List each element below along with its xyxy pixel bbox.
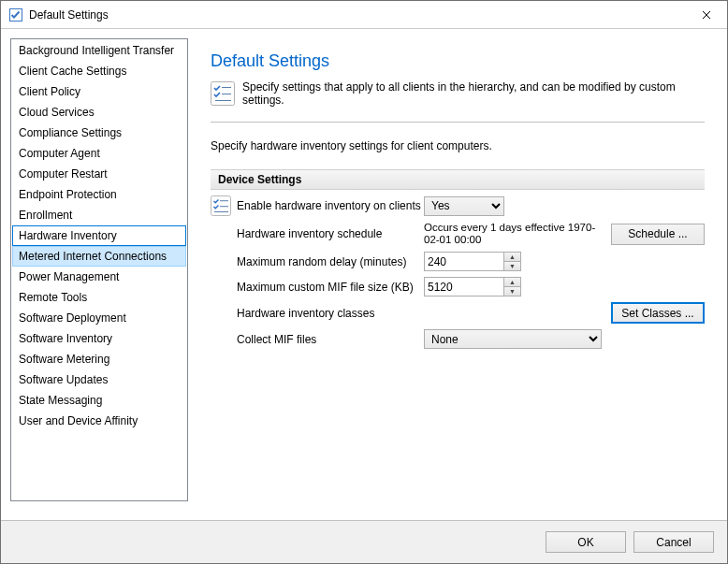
spin-up-icon[interactable]: ▲ [504, 253, 520, 262]
sidebar-item[interactable]: Power Management [12, 267, 186, 287]
sidebar-item[interactable]: Background Intelligent Transfer [12, 40, 186, 61]
sidebar-item[interactable]: Compliance Settings [12, 123, 186, 143]
sidebar-item[interactable]: User and Device Affinity [12, 411, 186, 431]
delay-spinner[interactable]: ▲▼ [424, 252, 521, 271]
titlebar: Default Settings [1, 1, 727, 29]
mifsize-input[interactable] [424, 277, 504, 296]
description-text: Specify settings that apply to all clien… [242, 80, 705, 107]
spin-down-icon[interactable]: ▼ [504, 262, 520, 270]
sidebar-item[interactable]: Remote Tools [12, 287, 186, 308]
content-area: Background Intelligent TransferClient Ca… [1, 29, 727, 511]
sidebar: Background Intelligent TransferClient Ca… [10, 38, 188, 501]
main-panel: Default Settings Specify settings that a… [197, 38, 718, 501]
sidebar-item[interactable]: Software Metering [12, 349, 186, 369]
sidebar-item[interactable]: Software Inventory [12, 328, 186, 349]
window-title: Default Settings [29, 8, 109, 22]
mifsize-spinner[interactable]: ▲▼ [424, 277, 521, 296]
close-icon [702, 10, 711, 20]
sidebar-item[interactable]: Computer Agent [12, 143, 186, 164]
spin-down-icon[interactable]: ▼ [504, 287, 520, 296]
sidebar-item[interactable]: Metered Internet Connections [12, 246, 186, 267]
checklist-icon [211, 81, 235, 106]
sidebar-item[interactable]: Cloud Services [12, 102, 186, 123]
collect-label: Collect MIF files [237, 333, 424, 346]
sidebar-item[interactable]: Enrollment [12, 205, 186, 225]
schedule-text: Occurs every 1 days effective 1970-02-01… [424, 222, 602, 246]
set-classes-button[interactable]: Set Classes ... [611, 302, 705, 324]
sidebar-item[interactable]: Client Cache Settings [12, 61, 186, 81]
window: Default Settings Background Intelligent … [0, 0, 728, 564]
section-heading: Device Settings [211, 169, 705, 190]
delay-label: Maximum random delay (minutes) [237, 255, 424, 268]
sub-description: Specify hardware inventory settings for … [211, 139, 705, 152]
sidebar-item[interactable]: Endpoint Protection [12, 184, 186, 205]
delay-input[interactable] [424, 252, 504, 271]
app-icon [8, 7, 23, 22]
mifsize-label: Maximum custom MIF file size (KB) [237, 281, 424, 294]
sidebar-item[interactable]: Hardware Inventory [12, 225, 186, 246]
sidebar-item[interactable]: Client Policy [12, 81, 186, 102]
footer: OK Cancel [1, 520, 727, 563]
schedule-button[interactable]: Schedule ... [611, 224, 705, 245]
close-button[interactable] [685, 1, 727, 28]
sidebar-item[interactable]: Software Deployment [12, 308, 186, 328]
cancel-button[interactable]: Cancel [633, 531, 714, 553]
enable-dropdown[interactable]: Yes [424, 196, 504, 216]
divider [211, 122, 705, 123]
ok-button[interactable]: OK [546, 531, 626, 553]
spin-up-icon[interactable]: ▲ [504, 278, 520, 287]
sidebar-item[interactable]: Software Updates [12, 369, 186, 390]
enable-label: Enable hardware inventory on clients [237, 199, 424, 212]
sidebar-item[interactable]: Computer Restart [12, 164, 186, 184]
classes-label: Hardware inventory classes [237, 307, 424, 320]
sidebar-item[interactable]: State Messaging [12, 390, 186, 411]
page-title: Default Settings [211, 51, 705, 71]
svg-rect-5 [211, 196, 231, 216]
row-icon [211, 195, 237, 216]
schedule-label: Hardware inventory schedule [237, 227, 424, 240]
collect-dropdown[interactable]: None [424, 329, 602, 349]
